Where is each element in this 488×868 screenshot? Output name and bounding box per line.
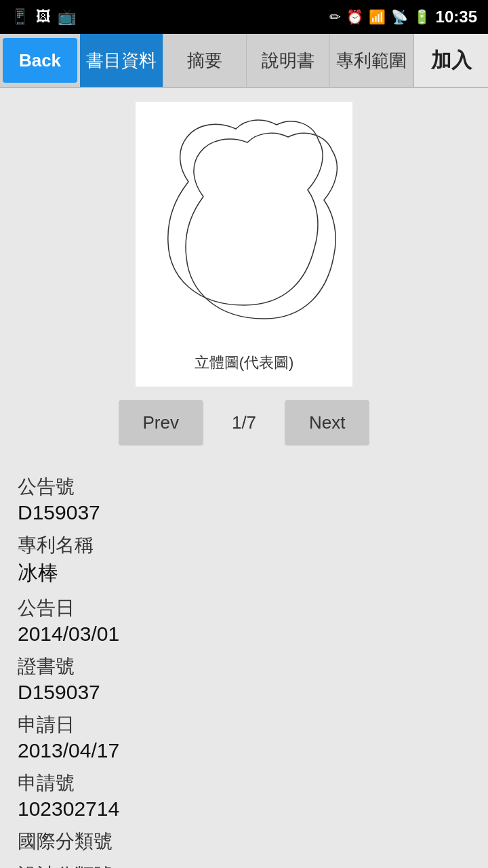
tab-bibliographic[interactable]: 書目資料 bbox=[80, 34, 163, 87]
value-certificate-number: D159037 bbox=[18, 681, 470, 704]
value-patent-name: 冰棒 bbox=[18, 559, 470, 587]
value-application-date: 2013/04/17 bbox=[18, 739, 470, 762]
value-application-number: 102302714 bbox=[18, 797, 470, 821]
tab-description[interactable]: 說明書 bbox=[247, 34, 330, 87]
wifi-icon: 📶 bbox=[369, 9, 386, 25]
value-announcement-number: D159037 bbox=[18, 501, 470, 524]
label-design-classification: 設計分類號 bbox=[18, 863, 470, 868]
label-announcement-date: 公告日 bbox=[18, 595, 470, 621]
status-time: 10:35 bbox=[436, 7, 477, 26]
tab-abstract[interactable]: 摘要 bbox=[163, 34, 247, 87]
nav-tabs: Back 書目資料 摘要 說明書 專利範圍 加入 bbox=[0, 34, 488, 88]
image-navigation: Prev 1/7 Next bbox=[7, 400, 481, 446]
tab-claims[interactable]: 專利範圍 bbox=[330, 34, 413, 87]
status-bar: 📱 🖼 📺 ✏ ⏰ 📶 📡 🔋 10:35 bbox=[0, 0, 488, 34]
clock-icon: ⏰ bbox=[346, 9, 363, 25]
page-indicator: 1/7 bbox=[217, 412, 271, 433]
monitor-icon: 📺 bbox=[58, 8, 76, 26]
phone-icon: 📱 bbox=[11, 8, 29, 26]
pen-icon: ✏ bbox=[329, 9, 341, 25]
label-international-classification: 國際分類號 bbox=[18, 829, 470, 854]
label-patent-name: 專利名稱 bbox=[18, 532, 470, 558]
label-application-number: 申請號 bbox=[18, 770, 470, 796]
info-section: 公告號 D159037 專利名稱 冰棒 公告日 2014/03/01 證書號 D… bbox=[7, 459, 481, 868]
status-icons-left: 📱 🖼 📺 bbox=[11, 8, 76, 26]
battery-icon: 🔋 bbox=[413, 9, 430, 25]
prev-button[interactable]: Prev bbox=[119, 400, 203, 446]
next-button[interactable]: Next bbox=[285, 400, 369, 446]
label-application-date: 申請日 bbox=[18, 712, 470, 738]
patent-drawing bbox=[149, 115, 339, 346]
image-icon: 🖼 bbox=[36, 8, 51, 26]
value-announcement-date: 2014/03/01 bbox=[18, 623, 470, 646]
signal-icon: 📡 bbox=[391, 9, 408, 25]
label-certificate-number: 證書號 bbox=[18, 654, 470, 679]
patent-image-container: 立體圖(代表圖) bbox=[136, 102, 352, 387]
label-announcement-number: 公告號 bbox=[18, 474, 470, 500]
tab-back[interactable]: Back bbox=[3, 38, 77, 83]
main-content: 立體圖(代表圖) Prev 1/7 Next 公告號 D159037 專利名稱 … bbox=[0, 88, 488, 868]
status-icons-right: ✏ ⏰ 📶 📡 🔋 10:35 bbox=[329, 7, 477, 26]
image-caption: 立體圖(代表圖) bbox=[195, 353, 294, 373]
tab-join[interactable]: 加入 bbox=[413, 34, 488, 87]
